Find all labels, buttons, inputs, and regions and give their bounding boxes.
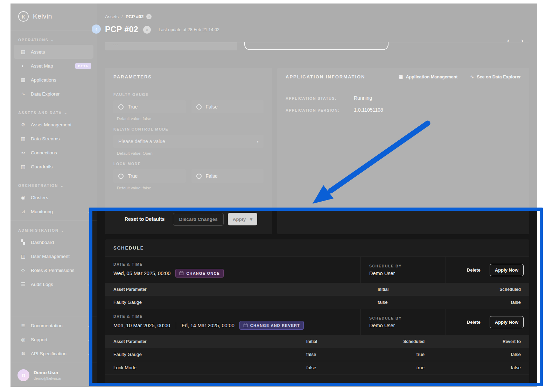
- schedule-table-header: Asset Parameter Initial Scheduled: [105, 283, 529, 296]
- connections-icon: ∾: [20, 150, 27, 155]
- application-information-header: APPLICATION INFORMATION ▦ Application Ma…: [277, 68, 529, 86]
- sidebar: K Kelvin OPERATIONS ⌄ ▤ Assets ◐ Asset M…: [10, 4, 97, 387]
- close-tab-icon[interactable]: ×: [146, 14, 152, 19]
- radio-label: False: [206, 104, 218, 110]
- lock-mode-false-radio[interactable]: False: [191, 169, 264, 183]
- cell-initial: false: [378, 300, 420, 305]
- sidebar-item-label: Audit Logs: [31, 282, 53, 287]
- avatar: D: [18, 369, 29, 381]
- delete-button[interactable]: Delete: [467, 267, 481, 273]
- reset-to-defaults-button[interactable]: Reset to Defaults: [116, 216, 164, 222]
- apply-label: Apply: [233, 217, 246, 222]
- discard-changes-button[interactable]: Discard Changes: [173, 213, 223, 226]
- waveform-icon: ∿: [470, 74, 474, 79]
- radio-icon: [118, 174, 124, 179]
- sidebar-item-label: Dashboard: [31, 240, 54, 245]
- sidebar-item-label: Guardrails: [31, 164, 52, 169]
- schedule-date-start: Mon, 10 Mar 2025, 00:00: [113, 323, 170, 328]
- sidebar-item-data-streams[interactable]: ▥ Data Streams: [10, 132, 97, 146]
- external-link-icon: ↗: [88, 209, 91, 214]
- asset-pager: ‹ ›: [507, 37, 523, 44]
- sidebar-collapse-button[interactable]: ‹: [92, 24, 101, 34]
- apply-now-button[interactable]: Apply Now: [490, 264, 524, 276]
- table-row: Faulty Gauge false false: [105, 296, 529, 309]
- sidebar-item-asset-management[interactable]: ⚙ Asset Management: [10, 118, 97, 132]
- section-assets-and-data[interactable]: ASSETS AND DATA ⌄: [10, 105, 97, 118]
- faulty-gauge-false-radio[interactable]: False: [191, 100, 264, 113]
- data-explorer-icon: ∿: [20, 91, 27, 97]
- sidebar-item-documentation[interactable]: ≣ Documentation ↗: [10, 318, 97, 332]
- sidebar-item-monitoring[interactable]: ⊿ Monitoring ↗: [10, 204, 97, 218]
- support-icon: ◎: [20, 337, 27, 342]
- sidebar-item-assets[interactable]: ▤ Assets: [14, 45, 93, 59]
- sidebar-item-user-management[interactable]: ◫ User Management: [10, 249, 97, 263]
- user-profile[interactable]: D Demo User demo@kelvin.ai: [10, 365, 97, 387]
- sidebar-item-guardrails[interactable]: ▧ Guardrails: [10, 160, 97, 174]
- external-link-icon: ↗: [88, 337, 91, 342]
- chevron-down-icon: ▾: [257, 139, 259, 144]
- section-orchestration[interactable]: ORCHESTRATION ⌄: [10, 178, 97, 190]
- sidebar-item-asset-map[interactable]: ◐ Asset Map BETA: [10, 59, 97, 73]
- applications-icon: ▦: [20, 77, 27, 83]
- schedule-by-value: Demo User: [369, 323, 446, 328]
- close-asset-icon[interactable]: ×: [143, 26, 151, 34]
- application-management-link[interactable]: ▦ Application Management: [399, 74, 457, 79]
- application-information-body: APPLICATION STATUS: Running APPLICATION …: [277, 86, 529, 115]
- section-label: ORCHESTRATION: [18, 183, 58, 188]
- assets-icon: ▤: [20, 49, 27, 55]
- sidebar-item-applications[interactable]: ▦ Applications: [10, 73, 97, 87]
- sidebar-item-data-explorer[interactable]: ∿ Data Explorer: [10, 87, 97, 101]
- schedule-entry: DATE & TIME Mon, 10 Mar 2025, 00:00 Fri,…: [105, 309, 529, 335]
- sidebar-item-clusters[interactable]: ◉ Clusters: [10, 190, 97, 204]
- cutoff-button[interactable]: [244, 42, 388, 50]
- cutoff-field[interactable]: ····: [105, 42, 237, 50]
- sidebar-item-audit-logs[interactable]: ☰ Audit Logs ↗: [10, 277, 97, 291]
- table-row: Faulty Gauge false true false: [105, 348, 529, 361]
- app-window: K Kelvin OPERATIONS ⌄ ▤ Assets ◐ Asset M…: [10, 4, 537, 387]
- next-asset-button[interactable]: ›: [521, 37, 523, 44]
- grid-icon: ▦: [399, 74, 403, 79]
- sidebar-item-connections[interactable]: ∾ Connections: [10, 146, 97, 160]
- delete-button[interactable]: Delete: [467, 320, 481, 325]
- breadcrumb-assets-link[interactable]: Assets: [105, 14, 119, 19]
- sidebar-item-label: Asset Management: [31, 122, 71, 127]
- apply-now-button[interactable]: Apply Now: [490, 316, 524, 328]
- section-administration[interactable]: ADMINISTRATION ⌄: [10, 223, 97, 235]
- col-scheduled: Scheduled: [420, 287, 521, 292]
- page-title: PCP #02: [105, 25, 138, 34]
- parameters-body: FAULTY GAUGE True False Default valu: [105, 86, 272, 234]
- logo-text: Kelvin: [33, 13, 52, 20]
- sidebar-item-api-specification[interactable]: ≋ API Specification ↗: [10, 346, 97, 360]
- lock-mode-true-radio[interactable]: True: [113, 169, 186, 183]
- kelvin-control-mode-label: KELVIN CONTROL MODE: [113, 127, 264, 131]
- col-revert-to: Revert to: [425, 339, 521, 344]
- schedule-by-cell: SCHEDULE BY Demo User: [360, 309, 446, 335]
- kelvin-control-mode-select[interactable]: Please define a value ▾: [113, 135, 264, 148]
- see-on-data-explorer-link[interactable]: ∿ See on Data Explorer: [470, 74, 521, 79]
- section-label: ADMINISTRATION: [18, 228, 58, 232]
- roles-permissions-icon: ◇: [20, 267, 27, 273]
- sidebar-item-roles-permissions[interactable]: ◇ Roles & Permissions: [10, 263, 97, 277]
- application-information-panel: APPLICATION INFORMATION ▦ Application Ma…: [277, 68, 529, 234]
- schedule-entry-actions: Delete Apply Now: [446, 309, 529, 335]
- select-placeholder: Please define a value: [118, 139, 165, 144]
- previous-asset-button[interactable]: ‹: [507, 37, 509, 44]
- avatar-initial: D: [22, 372, 26, 378]
- sidebar-item-label: Asset Map: [31, 63, 53, 69]
- api-specification-icon: ≋: [20, 351, 27, 356]
- apply-button[interactable]: Apply ▾: [228, 213, 257, 225]
- kelvin-control-mode-default: Default value: Open: [117, 151, 264, 155]
- faulty-gauge-true-radio[interactable]: True: [113, 100, 186, 113]
- section-operations[interactable]: OPERATIONS ⌄: [10, 33, 97, 45]
- logo-initial: K: [22, 14, 25, 20]
- date-time-label: DATE & TIME: [113, 262, 360, 266]
- schedule-by-cell: SCHEDULE BY Demo User: [360, 257, 446, 283]
- sidebar-item-label: Roles & Permissions: [31, 268, 75, 273]
- sidebar-item-label: API Specification: [31, 351, 66, 356]
- sidebar-item-dashboard[interactable]: ▚ Dashboard: [10, 235, 97, 249]
- col-asset-parameter: Asset Parameter: [113, 339, 306, 344]
- cell-scheduled: true: [359, 365, 425, 370]
- schedule-entry: DATE & TIME Wed, 05 Mar 2025, 00:00 CHAN…: [105, 257, 529, 283]
- sidebar-item-support[interactable]: ◎ Support ↗: [10, 332, 97, 346]
- parameters-title: PARAMETERS: [113, 74, 152, 79]
